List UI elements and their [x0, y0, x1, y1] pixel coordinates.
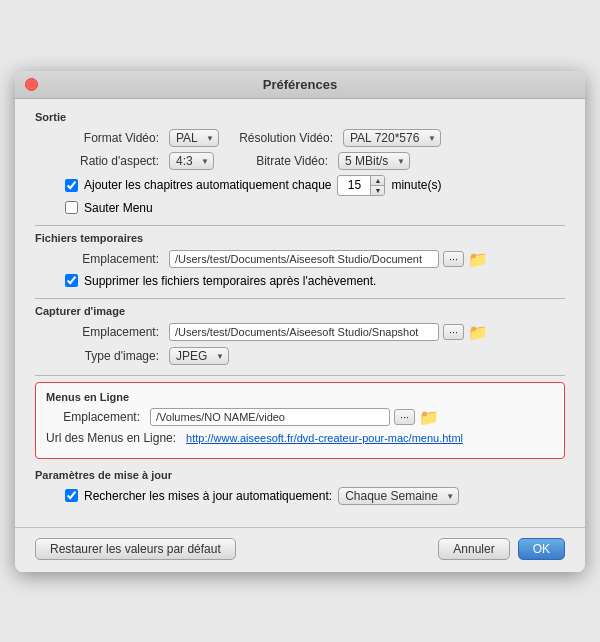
ratio-pair: Ratio d'aspect: 4:3: [65, 152, 214, 170]
ok-button[interactable]: OK: [518, 538, 565, 560]
chapitres-input-wrapper: 15 ▲ ▼: [337, 175, 385, 196]
type-image-label: Type d'image:: [65, 349, 165, 363]
capture-emplacement-label: Emplacement:: [65, 325, 165, 339]
divider-3: [35, 375, 565, 376]
section-sortie-title: Sortie: [35, 111, 565, 123]
chapitres-input[interactable]: 15: [338, 177, 370, 193]
resolution-label: Résolution Vidéo:: [239, 131, 339, 145]
type-image-select-wrapper[interactable]: JPEG: [169, 347, 229, 365]
maj-frequency-select-wrapper[interactable]: Chaque Semaine: [338, 487, 459, 505]
restore-button[interactable]: Restaurer les valeurs par défaut: [35, 538, 236, 560]
cancel-button[interactable]: Annuler: [438, 538, 509, 560]
close-button[interactable]: [25, 78, 38, 91]
section-menus: Menus en Ligne Emplacement: /Volumes/NO …: [35, 382, 565, 459]
maj-rechercher-label: Rechercher les mises à jour automatiquem…: [84, 489, 332, 503]
menus-emplacement-label: Emplacement:: [46, 410, 146, 424]
section-maj-title: Paramètres de mise à jour: [35, 469, 565, 481]
section-capture: Capturer d'image Emplacement: /Users/tes…: [35, 305, 565, 365]
content-area: Sortie Format Vidéo: PAL Résolution Vidé…: [15, 99, 585, 527]
chapitres-label: Ajouter les chapitres automatiquement ch…: [84, 178, 331, 192]
window-title: Préférences: [263, 77, 337, 92]
divider-2: [35, 298, 565, 299]
menus-emplacement-row: Emplacement: /Volumes/NO NAME/video ··· …: [46, 408, 554, 427]
chapitres-stepper: ▲ ▼: [370, 176, 384, 195]
divider-1: [35, 225, 565, 226]
supprimer-row: Supprimer les fichiers temporaires après…: [35, 274, 565, 288]
fichiers-emplacement-row: Emplacement: /Users/test/Documents/Aisee…: [35, 250, 565, 269]
bitrate-select[interactable]: 5 MBit/s: [338, 152, 410, 170]
ratio-row: Ratio d'aspect: 4:3 Bitrate Vidéo: 5 MBi…: [35, 152, 565, 170]
fichiers-dots-button[interactable]: ···: [443, 251, 464, 267]
ratio-select[interactable]: 4:3: [169, 152, 214, 170]
section-capture-title: Capturer d'image: [35, 305, 565, 317]
section-maj: Paramètres de mise à jour Rechercher les…: [35, 469, 565, 505]
format-video-select[interactable]: PAL: [169, 129, 219, 147]
menus-url-label: Url des Menus en Ligne:: [46, 431, 182, 445]
resolution-select[interactable]: PAL 720*576: [343, 129, 441, 147]
maj-row: Rechercher les mises à jour automatiquem…: [35, 487, 565, 505]
maj-frequency-select[interactable]: Chaque Semaine: [338, 487, 459, 505]
bitrate-pair: Bitrate Vidéo: 5 MBit/s: [234, 152, 410, 170]
maj-checkbox[interactable]: [65, 489, 78, 502]
supprimer-checkbox[interactable]: [65, 274, 78, 287]
format-video-label: Format Vidéo:: [65, 131, 165, 145]
resolution-pair: Résolution Vidéo: PAL 720*576: [239, 129, 441, 147]
menus-path-display: /Volumes/NO NAME/video: [150, 408, 390, 426]
supprimer-label: Supprimer les fichiers temporaires après…: [84, 274, 376, 288]
capture-emplacement-row: Emplacement: /Users/test/Documents/Aisee…: [35, 323, 565, 342]
menus-dots-button[interactable]: ···: [394, 409, 415, 425]
menus-folder-icon[interactable]: 📁: [419, 408, 439, 427]
chapitres-row: Ajouter les chapitres automatiquement ch…: [35, 175, 565, 196]
right-buttons: Annuler OK: [438, 538, 565, 560]
format-video-select-wrapper[interactable]: PAL: [169, 129, 219, 147]
fichiers-folder-icon[interactable]: 📁: [468, 250, 488, 269]
chapitres-unit: minute(s): [391, 178, 441, 192]
ratio-select-wrapper[interactable]: 4:3: [169, 152, 214, 170]
capture-dots-button[interactable]: ···: [443, 324, 464, 340]
menus-url-link[interactable]: http://www.aiseesoft.fr/dvd-createur-pou…: [186, 432, 463, 444]
chapitres-checkbox[interactable]: [65, 179, 78, 192]
bitrate-select-wrapper[interactable]: 5 MBit/s: [338, 152, 410, 170]
fichiers-emplacement-label: Emplacement:: [65, 252, 165, 266]
section-fichiers: Fichiers temporaires Emplacement: /Users…: [35, 232, 565, 288]
sauter-label: Sauter Menu: [84, 201, 153, 215]
section-menus-title: Menus en Ligne: [46, 391, 554, 403]
sauter-row: Sauter Menu: [35, 201, 565, 215]
ratio-label: Ratio d'aspect:: [65, 154, 165, 168]
type-image-select[interactable]: JPEG: [169, 347, 229, 365]
section-sortie: Sortie Format Vidéo: PAL Résolution Vidé…: [35, 111, 565, 215]
resolution-select-wrapper[interactable]: PAL 720*576: [343, 129, 441, 147]
sauter-checkbox[interactable]: [65, 201, 78, 214]
section-fichiers-title: Fichiers temporaires: [35, 232, 565, 244]
type-image-row: Type d'image: JPEG: [35, 347, 565, 365]
video-format-row: Format Vidéo: PAL Résolution Vidéo: PAL …: [35, 129, 565, 147]
capture-folder-icon[interactable]: 📁: [468, 323, 488, 342]
stepper-up[interactable]: ▲: [371, 176, 384, 186]
fichiers-path-display: /Users/test/Documents/Aiseesoft Studio/D…: [169, 250, 439, 268]
capture-path-display: /Users/test/Documents/Aiseesoft Studio/S…: [169, 323, 439, 341]
title-bar: Préférences: [15, 71, 585, 99]
preferences-window: Préférences Sortie Format Vidéo: PAL Rés…: [15, 71, 585, 572]
menus-url-row: Url des Menus en Ligne: http://www.aisee…: [46, 431, 554, 445]
stepper-down[interactable]: ▼: [371, 186, 384, 195]
bottom-bar: Restaurer les valeurs par défaut Annuler…: [15, 527, 585, 572]
bitrate-label: Bitrate Vidéo:: [234, 154, 334, 168]
format-video-pair: Format Vidéo: PAL: [65, 129, 219, 147]
